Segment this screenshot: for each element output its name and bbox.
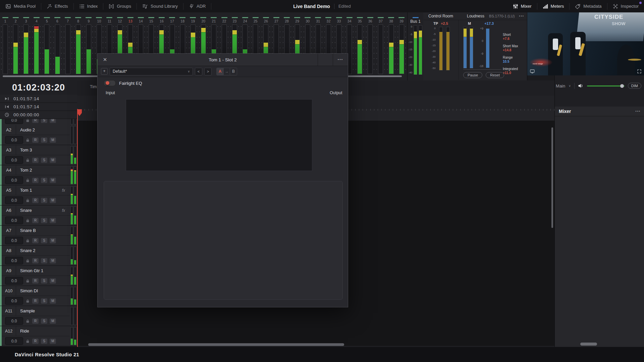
pause-button[interactable]: Pause [463,72,482,78]
track-r-button[interactable]: R [32,258,39,263]
track-name[interactable]: Simon DI [16,288,70,293]
track-gain-field[interactable]: 0.0 [5,257,23,264]
track-name[interactable]: Simon Gtr 1 [16,268,70,273]
track-gain-field[interactable]: 0.0 [5,317,23,325]
track-gain-field[interactable]: 0.0 [5,217,23,224]
track-name[interactable]: Audio 2 [16,127,70,132]
lock-icon[interactable] [25,299,30,303]
duration-icon[interactable] [0,113,13,117]
goto-in-icon[interactable] [0,105,13,109]
toolbar-item-groups[interactable]: Groups [103,0,137,12]
toolbar-item-media-pool[interactable]: Media Pool [0,0,41,12]
track-gain-field[interactable]: 0.0 [5,337,23,345]
track-s-button[interactable]: S [41,218,47,223]
toolbar-item-adr[interactable]: ADR [183,0,211,12]
toolbar-item-inspector[interactable]: Inspector [607,0,644,12]
toolbar-item-mixer[interactable]: Mixer [507,0,537,12]
playhead[interactable] [77,109,78,347]
transport-value[interactable]: 00:00:00:00 [13,112,39,117]
track-m-button[interactable]: M [50,318,56,324]
eq-enable-toggle[interactable] [104,80,116,86]
track-s-button[interactable]: S [41,278,47,284]
track-s-button[interactable]: S [41,238,47,243]
track-s-button[interactable]: S [41,119,47,123]
track-row[interactable]: A4Tom 20.0RSM [0,165,77,185]
track-s-button[interactable]: S [41,258,47,263]
dim-button[interactable]: DIM [628,83,641,89]
track-m-button[interactable]: M [50,119,56,123]
track-m-button[interactable]: M [50,278,56,284]
track-gain-field[interactable]: 0.0 [5,196,23,204]
track-row[interactable]: A5Tom 1fx0.0RSM [0,185,77,205]
timeline-vertical-scrollbar[interactable] [551,127,553,228]
transport-value[interactable]: 01:01:57:14 [13,96,39,101]
lock-icon[interactable] [25,158,30,162]
track-row[interactable]: A1Audio 10.0RSM [0,119,77,125]
speaker-icon[interactable] [578,83,584,88]
track-m-button[interactable]: M [50,178,56,183]
ab-arrow-icon[interactable]: → [223,68,230,75]
toolbar-item-metadata[interactable]: Metadata [570,0,607,12]
lock-icon[interactable] [25,339,30,343]
track-r-button[interactable]: R [32,137,39,143]
preset-dropdown[interactable]: Default* ∨ [110,68,193,75]
track-name[interactable]: Ride [16,328,70,334]
lock-icon[interactable] [25,138,30,142]
track-gain-field[interactable]: 0.0 [5,237,23,244]
track-m-button[interactable]: M [50,258,56,263]
toolbar-item-meters[interactable]: Meters [537,0,570,12]
track-s-button[interactable]: S [41,198,47,203]
track-m-button[interactable]: M [50,158,56,163]
add-preset-button[interactable]: + [101,68,108,75]
video-preview[interactable]: CITYSIDE SHOW nord stage [527,12,644,75]
track-gain-field[interactable]: 0.0 [5,176,23,184]
transport-value[interactable]: 01:01:57:14 [13,104,39,109]
track-name[interactable]: Snare B [16,228,70,233]
track-name[interactable]: Snare 2 [16,248,70,253]
track-m-button[interactable]: M [50,218,56,223]
prev-preset-button[interactable]: < [195,68,202,75]
track-r-button[interactable]: R [32,158,39,163]
lock-icon[interactable] [25,178,30,182]
track-r-button[interactable]: R [32,198,39,203]
track-name[interactable]: Snare [16,208,62,213]
track-m-button[interactable]: M [50,137,56,143]
monitor-volume-slider[interactable] [587,85,625,86]
track-s-button[interactable]: S [41,178,47,183]
track-row[interactable]: A9Simon Gtr 10.0RSM [0,266,77,286]
track-m-button[interactable]: M [50,298,56,304]
toolbar-item-effects[interactable]: Effects [41,0,73,12]
monitor-destination[interactable]: Main [556,83,565,88]
reset-button[interactable]: Reset [486,72,504,78]
track-r-button[interactable]: R [32,218,39,223]
track-m-button[interactable]: M [50,198,56,203]
track-gain-field[interactable]: 0.0 [5,156,23,164]
track-gain-field[interactable]: 0.0 [5,119,23,124]
track-r-button[interactable]: R [32,178,39,183]
track-r-button[interactable]: R [32,318,39,324]
ab-compare-toggle[interactable]: A → B [216,68,237,75]
track-s-button[interactable]: S [41,298,47,304]
timeline-name-label[interactable]: Tim [90,84,97,89]
track-r-button[interactable]: R [32,119,39,123]
track-s-button[interactable]: S [41,339,47,344]
track-row[interactable]: A3Tom 30.0RSM [0,145,77,165]
track-row[interactable]: A12Ride0.0RSM [0,326,77,346]
track-s-button[interactable]: S [41,137,47,143]
lock-icon[interactable] [25,319,30,323]
lock-icon[interactable] [25,239,30,243]
track-r-button[interactable]: R [32,298,39,304]
ab-a[interactable]: A [217,68,223,75]
track-gain-field[interactable]: 0.0 [5,297,23,305]
eq-graph[interactable] [126,99,312,171]
track-row[interactable]: A11Sample0.0RSM [0,306,77,326]
track-r-button[interactable]: R [32,278,39,284]
track-m-button[interactable]: M [50,238,56,243]
lock-icon[interactable] [25,279,30,283]
toolbar-item-index[interactable]: Index [74,0,103,12]
timeline-horizontal-scrollbar[interactable] [88,343,344,346]
track-m-button[interactable]: M [50,339,56,344]
track-r-button[interactable]: R [32,339,39,344]
track-row[interactable]: A10Simon DI0.0RSM [0,286,77,306]
track-name[interactable]: Tom 2 [16,168,70,173]
